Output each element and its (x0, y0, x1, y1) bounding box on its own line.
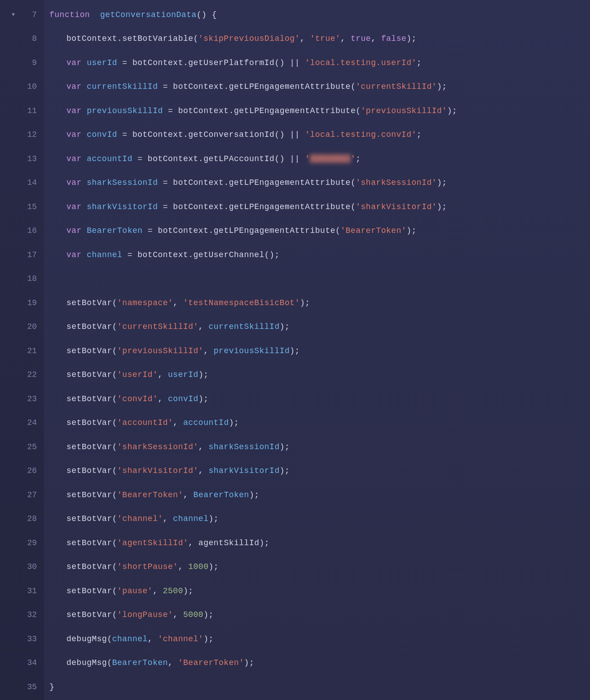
code-line[interactable]: var userId = botContext.getUserPlatformI… (49, 51, 590, 75)
token-kw: function (49, 11, 90, 19)
token-def: = botContext.getLPAccountId() || (132, 155, 305, 163)
token-def: = botContext.getLPEngagementAttribute( (143, 227, 341, 235)
token-str: 'shortPause' (117, 563, 178, 571)
token-def: ); (229, 419, 239, 427)
token-def: setBotVar( (66, 443, 117, 451)
code-line[interactable]: setBotVar('pause', 2500); (49, 579, 590, 603)
line-number: 13 (0, 147, 44, 171)
line-number: 12 (0, 123, 44, 147)
code-line[interactable]: setBotVar('channel', channel); (49, 507, 590, 531)
token-def: , (203, 347, 214, 355)
token-def: , (148, 635, 158, 643)
line-number: 32 (0, 603, 44, 627)
code-line[interactable]: var sharkSessionId = botContext.getLPEng… (49, 171, 590, 195)
code-line[interactable]: debugMsg(channel, 'channel'); (49, 627, 590, 651)
code-line[interactable]: var channel = botContext.getUserChannel(… (49, 243, 590, 267)
token-def: ); (208, 563, 219, 571)
token-def: , (198, 467, 209, 475)
token-id: sharkSessionId (87, 179, 158, 187)
line-number: 24 (0, 411, 44, 435)
token-def: , (168, 659, 178, 667)
line-number-gutter: 7▼89101112131415161718192021222324252627… (0, 0, 44, 700)
code-line[interactable]: setBotVar('convId', convId); (49, 387, 590, 411)
code-area[interactable]: function getConversationData() {botConte… (44, 0, 590, 700)
token-str: 'channel' (117, 515, 163, 523)
code-line[interactable]: debugMsg(BearerToken, 'BearerToken'); (49, 651, 590, 675)
token-def: setBotVar( (66, 539, 117, 547)
token-def: debugMsg( (66, 635, 112, 643)
line-number: 34 (0, 651, 44, 675)
code-line[interactable]: setBotVar('agentSkillId', agentSkillId); (49, 531, 590, 555)
token-id: BearerToken (194, 491, 249, 499)
token-def: setBotVar( (66, 347, 117, 355)
line-number: 16 (0, 219, 44, 243)
code-line[interactable]: var sharkVisitorId = botContext.getLPEng… (49, 195, 590, 219)
token-def: ; (356, 155, 361, 163)
code-editor[interactable]: 7▼89101112131415161718192021222324252627… (0, 0, 590, 700)
line-number: 18 (0, 267, 44, 291)
line-number: 27 (0, 483, 44, 507)
token-id: convId (168, 395, 198, 403)
token-def: setBotVar( (66, 611, 117, 619)
code-line[interactable]: setBotVar('previousSkillId', previousSki… (49, 339, 590, 363)
token-str: 'namespace' (117, 299, 173, 307)
code-line[interactable]: var currentSkillId = botContext.getLPEng… (49, 75, 590, 99)
token-str: 'sharkVisitorId' (356, 203, 437, 211)
token-def: setBotVar( (66, 467, 117, 475)
line-number: 33 (0, 627, 44, 651)
token-def: setBotVar( (66, 587, 117, 595)
token-def: ); (406, 227, 417, 235)
code-line[interactable]: var BearerToken = botContext.getLPEngage… (49, 219, 590, 243)
token-id: previousSkillId (87, 107, 163, 115)
token-def: , (173, 299, 183, 307)
code-line[interactable]: var previousSkillId = botContext.getLPEn… (49, 99, 590, 123)
token-def: ); (198, 371, 209, 379)
token-str: 'sharkVisitorId' (117, 467, 198, 475)
code-line[interactable]: setBotVar('longPause', 5000); (49, 603, 590, 627)
token-def: setBotVar( (66, 515, 117, 523)
token-num: 2500 (163, 587, 183, 595)
code-line[interactable]: setBotVar('currentSkillId', currentSkill… (49, 315, 590, 339)
token-id: accountId (183, 419, 229, 427)
code-line[interactable]: setBotVar('sharkVisitorId', sharkVisitor… (49, 459, 590, 483)
code-line[interactable]: } (49, 675, 590, 699)
token-id: convId (87, 131, 117, 139)
token-id: currentSkillId (87, 83, 158, 91)
token-str: 'currentSkillId' (117, 323, 198, 331)
fold-icon[interactable]: ▼ (12, 12, 15, 18)
token-def: ); (437, 179, 447, 187)
line-number: 29 (0, 531, 44, 555)
token-def (82, 227, 87, 235)
token-def: = botContext.getLPEngagementAttribute( (158, 179, 356, 187)
token-def: , (153, 587, 163, 595)
code-line[interactable]: setBotVar('shortPause', 1000); (49, 555, 590, 579)
code-line[interactable]: setBotVar('userId', userId); (49, 363, 590, 387)
code-line[interactable]: setBotVar('BearerToken', BearerToken); (49, 483, 590, 507)
token-def: ; (417, 59, 422, 67)
code-line[interactable]: setBotVar('accountId', accountId); (49, 411, 590, 435)
line-number: 25 (0, 435, 44, 459)
code-line[interactable] (49, 267, 590, 291)
token-str: 'channel' (158, 635, 203, 643)
code-line[interactable]: var convId = botContext.getConversationI… (49, 123, 590, 147)
token-id: userId (168, 371, 198, 379)
token-kw: var (66, 155, 82, 163)
token-str: 'testNamespaceBisicBot' (183, 299, 300, 307)
token-def: , agentSkillId); (188, 539, 269, 547)
code-line[interactable]: botContext.setBotVariable('skipPreviousD… (49, 27, 590, 51)
code-line[interactable]: var accountId = botContext.getLPAccountI… (49, 147, 590, 171)
line-number: 31 (0, 579, 44, 603)
token-def (82, 83, 87, 91)
token-def: , (340, 35, 351, 43)
token-def (82, 155, 87, 163)
token-kw: var (66, 227, 82, 235)
token-def: ); (280, 443, 290, 451)
code-line[interactable]: setBotVar('sharkSessionId', sharkSession… (49, 435, 590, 459)
token-id: currentSkillId (208, 323, 279, 331)
token-def: () { (197, 11, 217, 19)
code-line[interactable]: setBotVar('namespace', 'testNamespaceBis… (49, 291, 590, 315)
line-number: 30 (0, 555, 44, 579)
code-line[interactable]: function getConversationData() { (49, 3, 590, 27)
token-str: 'currentSkillId' (356, 83, 437, 91)
token-def: botContext.setBotVariable( (66, 35, 198, 43)
